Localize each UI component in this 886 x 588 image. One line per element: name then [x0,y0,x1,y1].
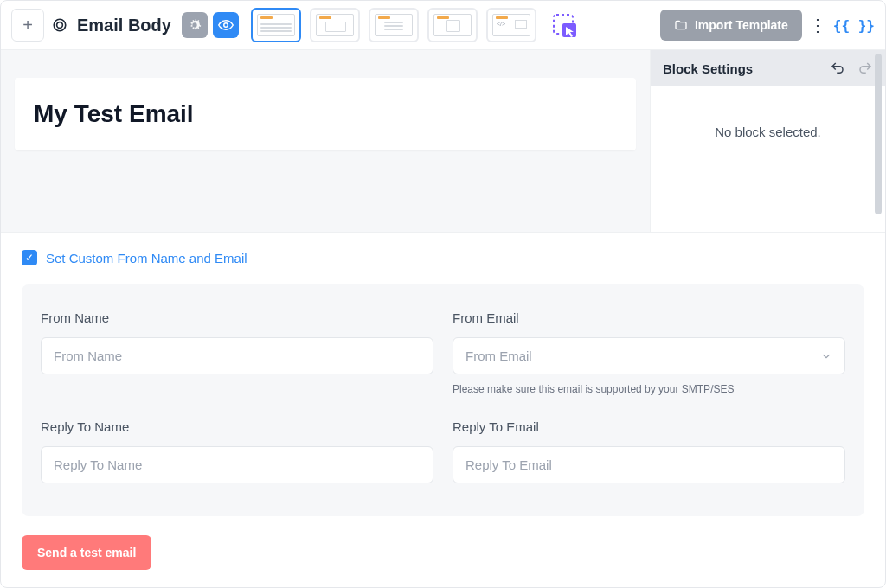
reply-name-input[interactable] [41,446,433,483]
add-block-button[interactable]: + [11,9,44,42]
reply-name-label: Reply To Name [41,419,433,434]
scrollbar[interactable] [875,54,882,214]
svg-point-2 [224,23,228,28]
reply-email-input[interactable] [453,446,845,483]
panel-title: Block Settings [663,61,753,76]
layout-thumb-3[interactable] [369,8,419,42]
chevron-down-icon [820,350,832,362]
editor-title: Email Body [77,16,171,35]
from-name-input[interactable] [41,337,433,374]
toolbar: + Email Body [1,1,885,50]
editor-area: My Test Email Block Settings No block se… [1,50,885,233]
canvas-block[interactable]: My Test Email [15,78,636,150]
eye-icon [218,17,234,33]
from-name-label: From Name [41,310,433,325]
block-settings-panel: Block Settings No block selected. [650,50,885,232]
check-icon: ✓ [25,252,34,264]
svg-point-0 [54,19,66,31]
send-test-email-button[interactable]: Send a test email [22,535,151,570]
layout-thumb-4[interactable] [427,8,478,42]
more-menu-button[interactable]: ⋮ [809,15,826,35]
target-icon [51,16,68,34]
view-mode-group [182,12,239,38]
import-template-label: Import Template [695,18,788,32]
custom-from-label[interactable]: Set Custom From Name and Email [46,251,247,265]
from-name-field: From Name [41,310,433,395]
from-email-placeholder: From Email [465,348,532,363]
redo-button[interactable] [857,61,873,76]
import-template-button[interactable]: Import Template [660,10,802,41]
layout-thumb-1[interactable] [251,8,301,42]
plus-icon: + [22,16,33,35]
custom-sender-form: ✓ Set Custom From Name and Email From Na… [1,233,885,587]
from-email-select[interactable]: From Email [453,337,845,374]
from-email-field: From Email From Email Please make sure t… [453,310,845,395]
from-email-helper: Please make sure this email is supported… [453,383,845,395]
svg-point-1 [57,22,63,29]
layout-thumbnails: </> [251,8,536,42]
custom-from-checkbox[interactable]: ✓ [22,250,37,265]
sender-fields-panel: From Name From Email From Email Please m… [22,284,864,516]
preview-chip[interactable] [213,12,239,38]
layout-thumb-5[interactable]: </> [486,8,536,42]
gear-icon [188,18,202,32]
element-selector-button[interactable] [549,10,580,41]
send-test-label: Send a test email [37,546,136,559]
undo-button[interactable] [830,61,845,76]
email-canvas[interactable]: My Test Email [1,50,650,232]
from-email-label: From Email [453,310,845,325]
shortcodes-button[interactable]: {{ }} [833,17,875,34]
layout-thumb-2[interactable] [310,8,360,42]
kebab-icon: ⋮ [809,15,826,35]
reply-email-field: Reply To Email [453,419,845,483]
panel-empty-state: No block selected. [651,86,885,232]
custom-from-toggle-row[interactable]: ✓ Set Custom From Name and Email [22,250,864,265]
folder-icon [674,18,688,32]
canvas-heading: My Test Email [34,100,617,128]
panel-header: Block Settings [651,50,885,86]
reply-name-field: Reply To Name [41,419,433,483]
settings-chip[interactable] [182,12,208,38]
reply-email-label: Reply To Email [453,419,845,434]
